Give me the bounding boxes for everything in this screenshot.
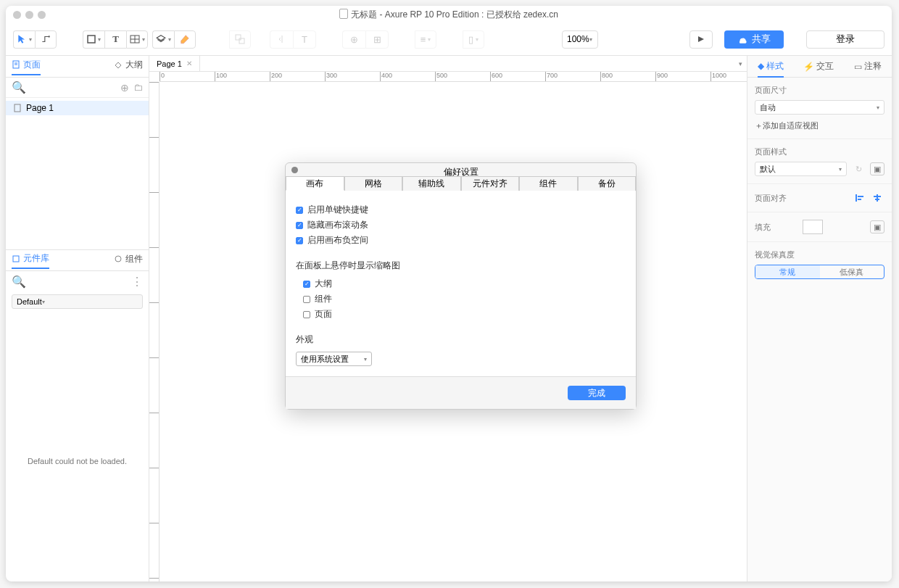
- arrange-h-button: ≡: [415, 30, 436, 49]
- title-bar: 无标题 - Axure RP 10 Pro Edition : 已授权给 zed…: [6, 6, 892, 23]
- appearance-select[interactable]: 使用系统设置: [296, 352, 372, 366]
- text-tool-button[interactable]: T: [104, 30, 126, 49]
- align-button: ⊕: [342, 30, 365, 49]
- tab-pages[interactable]: 页面: [12, 59, 41, 75]
- page-tree-item[interactable]: Page 1: [6, 101, 149, 115]
- rtab-interaction[interactable]: ⚡交互: [803, 60, 834, 73]
- fill-label: 填充: [755, 222, 803, 233]
- dlg-tab-guides[interactable]: 辅助线: [402, 176, 461, 191]
- dlg-tab-masters[interactable]: 组件: [519, 176, 578, 191]
- style-refresh-icon[interactable]: ↻: [851, 162, 866, 175]
- library-select[interactable]: Default: [12, 294, 143, 309]
- rtab-style[interactable]: ◆样式: [758, 60, 784, 78]
- chk-hide-scroll[interactable]: ✓隐藏画布滚动条: [296, 219, 626, 231]
- shape-tool-button[interactable]: [83, 30, 104, 49]
- add-page-icon[interactable]: ⊕: [120, 82, 129, 94]
- svg-rect-18: [875, 199, 879, 200]
- add-folder-icon[interactable]: 🗀: [133, 82, 143, 93]
- search-widgets-icon[interactable]: 🔍: [12, 275, 26, 289]
- right-panel: ◆样式 ⚡交互 ▭注释 页面尺寸 自动 ＋添加自适应视图 页面样式 默认 ↻ ▣…: [747, 56, 892, 581]
- widgets-menu-icon[interactable]: ⋮: [131, 275, 143, 289]
- dialog-close-icon[interactable]: [291, 167, 298, 173]
- login-button[interactable]: 登录: [806, 30, 884, 49]
- left-panel: 页面 大纲 🔍 ⊕ 🗀 Page 1 元件库 组件 🔍: [6, 56, 149, 581]
- connect-tool-button[interactable]: [35, 30, 57, 49]
- flip-v-button: T: [293, 30, 316, 49]
- svg-rect-11: [13, 256, 19, 262]
- appearance-label: 外观: [296, 334, 626, 346]
- tab-masters[interactable]: 组件: [114, 253, 143, 268]
- style-manage-icon[interactable]: ▣: [870, 162, 884, 175]
- page-size-select[interactable]: 自动: [755, 100, 884, 115]
- page-icon: [13, 104, 22, 112]
- chk-single-key[interactable]: ✓启用单键快捷键: [296, 204, 626, 216]
- dlg-tab-backup[interactable]: 备份: [578, 176, 637, 191]
- chk-thumb-pages[interactable]: 页面: [303, 308, 626, 320]
- add-viewport-link[interactable]: ＋添加自适应视图: [755, 120, 884, 131]
- page-style-label: 页面样式: [755, 146, 884, 157]
- page-tabs-menu-icon[interactable]: ▾: [734, 60, 747, 67]
- pen-tool-button[interactable]: [174, 30, 196, 49]
- table-tool-button[interactable]: [126, 30, 148, 49]
- svg-point-0: [49, 36, 50, 37]
- page-align-label: 页面对齐: [755, 193, 853, 204]
- svg-rect-1: [88, 36, 95, 43]
- align-center-button[interactable]: [870, 191, 884, 204]
- dlg-tab-canvas[interactable]: 画布: [286, 176, 344, 191]
- hover-thumb-header: 在面板上悬停时显示缩略图: [296, 260, 626, 272]
- svg-rect-15: [858, 199, 861, 200]
- tab-outline[interactable]: 大纲: [114, 59, 143, 74]
- svg-rect-5: [236, 35, 241, 40]
- dlg-tab-snap[interactable]: 元件对齐: [461, 176, 520, 191]
- file-icon: [339, 9, 348, 19]
- library-load-error: Default could not be loaded.: [6, 457, 149, 465]
- chk-neg-space[interactable]: ✓启用画布负空间: [296, 234, 626, 247]
- main-toolbar: T T ⊕ ⊞ ≡ ▯ 100% 共享 登录: [6, 23, 892, 56]
- preview-button[interactable]: [689, 30, 713, 49]
- ruler-vertical: [149, 82, 160, 581]
- dlg-tab-grid[interactable]: 网格: [344, 176, 403, 191]
- close-tab-icon[interactable]: ✕: [186, 59, 192, 67]
- preferences-dialog: 偏好设置 画布 网格 辅助线 元件对齐 组件 备份 ✓启用单键快捷键 ✓隐藏画布…: [285, 162, 637, 410]
- arrange-v-button: ▯: [463, 30, 484, 49]
- rtab-notes[interactable]: ▭注释: [854, 60, 882, 73]
- page-size-label: 页面尺寸: [755, 85, 884, 96]
- layer-tool-button[interactable]: [152, 30, 174, 49]
- search-icon[interactable]: 🔍: [12, 80, 26, 94]
- fidelity-label: 视觉保真度: [755, 249, 884, 260]
- fidelity-low[interactable]: 低保真: [820, 265, 884, 278]
- select-tool-button[interactable]: [13, 30, 35, 49]
- fill-image-button[interactable]: ▣: [870, 220, 884, 233]
- distribute-button: ⊞: [365, 30, 389, 49]
- group-button[interactable]: [229, 30, 251, 49]
- canvas-page-tab[interactable]: Page 1 ✕: [149, 56, 200, 71]
- fill-color-swatch[interactable]: [803, 220, 823, 234]
- zoom-select[interactable]: 100%: [562, 30, 598, 49]
- svg-rect-14: [858, 196, 863, 197]
- app-window: 无标题 - Axure RP 10 Pro Edition : 已授权给 zed…: [6, 6, 892, 581]
- svg-rect-17: [874, 196, 881, 197]
- flip-h-button: [270, 30, 293, 49]
- chk-thumb-outline[interactable]: ✓大纲: [303, 278, 626, 290]
- tab-widgets[interactable]: 元件库: [12, 252, 49, 269]
- fidelity-segmented[interactable]: 常规 低保真: [755, 265, 884, 279]
- share-button[interactable]: 共享: [724, 30, 784, 49]
- fidelity-normal[interactable]: 常规: [755, 265, 820, 278]
- chk-thumb-masters[interactable]: 组件: [303, 293, 626, 305]
- dialog-title: 偏好设置: [444, 167, 478, 177]
- svg-point-12: [115, 256, 121, 262]
- align-left-button[interactable]: [853, 191, 867, 204]
- ruler-horizontal: 0 100 200 300 400 500 600 700 800 900 10…: [160, 72, 747, 82]
- page-style-select[interactable]: 默认: [755, 162, 847, 176]
- svg-rect-6: [239, 38, 244, 44]
- done-button[interactable]: 完成: [568, 386, 626, 400]
- window-title: 无标题 - Axure RP 10 Pro Edition : 已授权给 zed…: [6, 9, 892, 21]
- svg-rect-10: [14, 104, 20, 112]
